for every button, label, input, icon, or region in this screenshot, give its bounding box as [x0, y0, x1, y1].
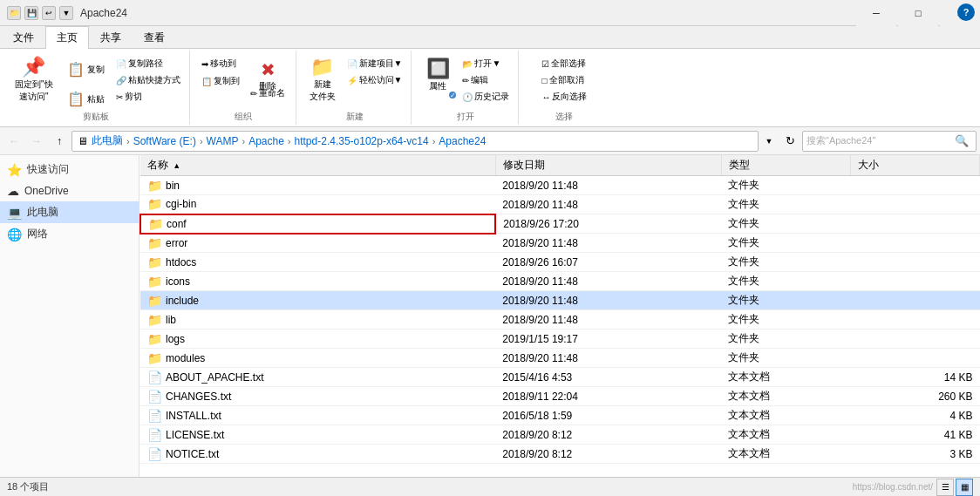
file-name-cell: 📁htdocs — [147, 255, 488, 269]
rename-icon: ✏ — [250, 89, 257, 99]
col-header-type[interactable]: 类型 — [721, 155, 850, 176]
search-bar: 搜索"Apache24" 🔍 — [802, 131, 977, 152]
invert-icon: ↔ — [541, 92, 550, 102]
file-size — [850, 195, 979, 214]
select-all-icon: ☑ — [541, 59, 549, 69]
sidebar-item-this-pc[interactable]: 💻 此电脑 — [0, 201, 139, 223]
move-icon: ➡ — [201, 59, 208, 69]
col-header-date[interactable]: 修改日期 — [495, 155, 721, 176]
file-name: ABOUT_APACHE.txt — [166, 371, 263, 384]
sidebar-item-onedrive[interactable]: ☁ OneDrive — [0, 180, 139, 201]
file-type: 文件夹 — [721, 291, 850, 310]
cut-button[interactable]: ✂ 剪切 — [112, 89, 184, 105]
up-button[interactable]: ↑ — [49, 131, 70, 152]
history-button[interactable]: 🕐 历史记录 — [459, 89, 513, 105]
maximize-button[interactable]: □ — [898, 0, 938, 26]
file-type: 文件夹 — [721, 234, 850, 253]
file-icon: 📄 — [147, 390, 162, 404]
folder-icon: 📁 — [147, 313, 162, 327]
copy-button[interactable]: 📋 复制 — [61, 56, 111, 84]
file-type: 文件夹 — [721, 272, 850, 291]
sidebar-item-network[interactable]: 🌐 网络 — [0, 223, 139, 245]
table-row[interactable]: 📁include2018/9/20 11:48文件夹 — [140, 291, 980, 310]
breadcrumb-apache[interactable]: Apache — [248, 135, 284, 147]
search-icon[interactable]: 🔍 — [951, 131, 972, 152]
tab-home[interactable]: 主页 — [45, 26, 89, 49]
paste-shortcut-button[interactable]: 🔗 粘贴快捷方式 — [112, 72, 184, 88]
file-name: NOTICE.txt — [166, 448, 219, 460]
undo-icon-titlebar[interactable]: ↩ — [42, 6, 56, 20]
breadcrumb-wamp[interactable]: WAMP — [207, 135, 239, 147]
sidebar: ⭐ 快速访问 ☁ OneDrive 💻 此电脑 🌐 网络 — [0, 155, 140, 477]
file-date: 2018/9/20 11:48 — [495, 349, 721, 368]
table-row[interactable]: 📁conf2018/9/26 17:20文件夹 — [140, 214, 980, 234]
table-row[interactable]: 📁cgi-bin2018/9/20 11:48文件夹 — [140, 195, 980, 214]
dropdown-titlebar[interactable]: ▼ — [59, 6, 73, 20]
file-name: CHANGES.txt — [166, 391, 231, 403]
table-row[interactable]: 📄NOTICE.txt2018/9/20 8:12文本文档3 KB — [140, 445, 980, 464]
open-small-col: 📂 打开▼ ✏ 编辑 🕐 历史记录 — [459, 54, 513, 105]
deselect-all-button[interactable]: □ 全部取消 — [538, 72, 590, 88]
view-toggle: ☰ ▦ — [936, 479, 973, 496]
help-button[interactable]: ? — [957, 3, 975, 21]
rename-button[interactable]: ✏ 重命名 — [247, 85, 289, 101]
refresh-button[interactable]: ↻ — [779, 131, 800, 152]
delete-button[interactable]: ✖ 删除 — [247, 56, 289, 84]
file-type: 文件夹 — [721, 214, 850, 234]
new-folder-button[interactable]: 📁 新建文件夹 — [303, 54, 342, 113]
invert-select-button[interactable]: ↔ 反向选择 — [538, 89, 590, 105]
sidebar-item-quick-access[interactable]: ⭐ 快速访问 — [0, 159, 139, 180]
sidebar-label-this-pc: 此电脑 — [27, 205, 58, 220]
edit-button[interactable]: ✏ 编辑 — [459, 72, 513, 88]
title-bar-icons: 📁 💾 ↩ ▼ — [7, 6, 73, 20]
tab-file[interactable]: 文件 — [2, 26, 45, 49]
table-row[interactable]: 📄ABOUT_APACHE.txt2015/4/16 4:53文本文档14 KB — [140, 368, 980, 387]
file-name: lib — [166, 314, 176, 326]
pin-quick-access-button[interactable]: 📌 固定到"快速访问" — [9, 54, 59, 113]
breadcrumb-httpd[interactable]: httpd-2.4.35-o102p-x64-vc14 — [295, 135, 429, 147]
minimize-button[interactable]: ─ — [856, 0, 896, 26]
copy-to-button[interactable]: 📋 复制到 — [198, 73, 243, 89]
new-item-button[interactable]: 📄 新建项目▼ — [344, 56, 406, 71]
detail-view-button[interactable]: ▦ — [956, 479, 973, 496]
save-icon-titlebar[interactable]: 💾 — [24, 6, 38, 20]
table-row[interactable]: 📄CHANGES.txt2018/9/11 22:04文本文档260 KB — [140, 387, 980, 406]
table-row[interactable]: 📁modules2018/9/20 11:48文件夹 — [140, 349, 980, 368]
file-name: include — [166, 295, 199, 307]
move-to-button[interactable]: ➡ 移动到 — [198, 56, 243, 71]
file-date: 2018/9/20 11:48 — [495, 310, 721, 330]
list-view-button[interactable]: ☰ — [936, 479, 954, 496]
breadcrumb-this-pc[interactable]: 此电脑 — [92, 133, 123, 148]
table-row[interactable]: 📁bin2018/9/20 11:48文件夹 — [140, 176, 980, 195]
breadcrumb-software[interactable]: SoftWare (E:) — [133, 135, 196, 147]
table-row[interactable]: 📄INSTALL.txt2016/5/18 1:59文本文档4 KB — [140, 406, 980, 425]
select-all-button[interactable]: ☑ 全部选择 — [538, 56, 590, 71]
file-name: conf — [167, 218, 187, 230]
back-button[interactable]: ← — [3, 131, 24, 152]
table-row[interactable]: 📁icons2018/9/20 11:48文件夹 — [140, 272, 980, 291]
file-type: 文本文档 — [721, 425, 850, 445]
tab-view[interactable]: 查看 — [133, 26, 176, 49]
file-name: cgi-bin — [166, 198, 196, 210]
open-icon: 📂 — [462, 59, 473, 69]
forward-button[interactable]: → — [26, 131, 47, 152]
tab-share[interactable]: 共享 — [89, 26, 133, 49]
table-row[interactable]: 📁logs2019/1/15 19:17文件夹 — [140, 330, 980, 349]
breadcrumb-apache24[interactable]: Apache24 — [439, 135, 486, 147]
file-name: icons — [166, 275, 190, 288]
copy-path-button[interactable]: 📄 复制路径 — [112, 56, 184, 71]
easy-access-button[interactable]: ⚡ 轻松访问▼ — [344, 72, 406, 88]
paste-button[interactable]: 📋 粘贴 — [61, 85, 111, 113]
table-row[interactable]: 📄LICENSE.txt2018/9/20 8:12文本文档41 KB — [140, 425, 980, 445]
col-header-name[interactable]: 名称 ▲ — [140, 155, 495, 176]
open-button[interactable]: 📂 打开▼ — [459, 56, 513, 71]
ribbon-group-organize: ➡ 移动到 📋 复制到 ✖ 删除 ✏ 重命名 组织 — [192, 51, 296, 125]
table-row[interactable]: 📁error2018/9/20 11:48文件夹 — [140, 234, 980, 253]
pin-icon: 📌 — [22, 58, 45, 77]
file-type: 文本文档 — [721, 368, 850, 387]
table-row[interactable]: 📁lib2018/9/20 11:48文件夹 — [140, 310, 980, 330]
table-row[interactable]: 📁htdocs2018/9/26 16:07文件夹 — [140, 253, 980, 272]
properties-button[interactable]: 🔲 属性 ✓ — [419, 54, 457, 113]
breadcrumb-dropdown-button[interactable]: ▼ — [760, 131, 778, 152]
col-header-size[interactable]: 大小 — [850, 155, 979, 176]
